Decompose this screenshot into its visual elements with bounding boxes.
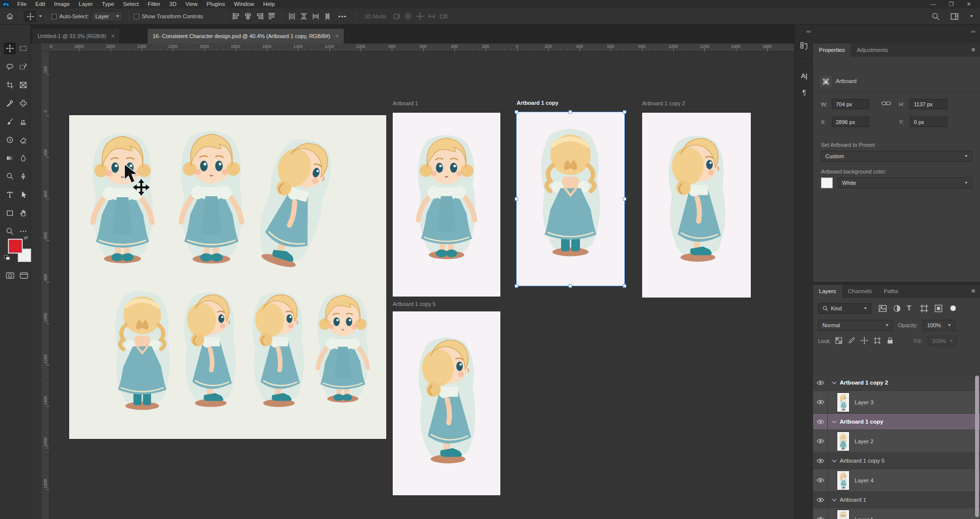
artboard-1-copy-5[interactable] [393,311,500,495]
lock-artboard-nesting-icon[interactable] [873,337,881,345]
history-brush-tool-icon[interactable] [4,134,16,146]
brush-tool-icon[interactable] [4,116,16,128]
3d-orbit-icon[interactable] [390,10,402,22]
opacity-value[interactable]: 100% [923,320,955,331]
expand-panels-icon[interactable]: »» [971,29,975,34]
panel-menu-icon[interactable]: ≡ [966,43,980,57]
chevron-down-icon[interactable] [832,380,837,386]
artboard-1[interactable] [393,113,500,297]
quick-mask-icon[interactable] [4,269,16,281]
menu-item-plugins[interactable]: Plugins [202,0,230,8]
eyedropper-tool-icon[interactable] [4,97,16,109]
layers-scrollbar[interactable] [975,376,979,517]
menu-item-layer[interactable]: Layer [74,0,97,8]
document-tab-untitled[interactable]: Untitled-1 @ 33.3% (RGB/8)× [33,29,120,43]
selection-handle[interactable] [515,284,518,288]
lock-position-icon[interactable] [860,337,868,345]
menu-item-type[interactable]: Type [97,0,119,8]
object-selection-tool-icon[interactable] [17,61,29,73]
eraser-tool-icon[interactable] [17,134,29,146]
chevron-down-icon[interactable] [832,419,837,425]
preset-dropdown[interactable]: Custom [821,151,972,162]
dodge-tool-icon[interactable] [4,171,16,182]
layer-row-artboard[interactable]: Artboard 1 copy [813,414,980,430]
x-input[interactable]: 2896 px [832,117,869,127]
align-horizontal-centers-icon[interactable] [242,10,254,22]
photoshop-logo[interactable]: Ps [2,1,10,7]
swap-colors-icon[interactable]: ⇄ [24,235,28,240]
width-input[interactable]: 704 px [832,99,869,109]
chevron-down-icon[interactable] [832,458,837,464]
menu-item-image[interactable]: Image [49,0,74,8]
y-input[interactable]: 0 px [910,117,947,127]
hand-tool-icon[interactable] [17,207,29,219]
3d-camera-icon[interactable] [438,10,449,22]
layer-row[interactable]: Layer 4 [813,469,980,492]
tab-adjustments[interactable]: Adjustments [851,43,894,57]
search-icon[interactable] [930,10,941,22]
blur-tool-icon[interactable] [17,152,29,164]
distribute-horizontal-centers-icon[interactable] [298,10,310,22]
gradient-tool-icon[interactable] [4,152,16,164]
layer-row[interactable]: Layer 2 [813,430,980,453]
collapse-panels-icon[interactable]: «« [806,29,811,34]
visibility-eye-icon[interactable] [813,414,828,430]
layer-row-artboard[interactable]: Artboard 1 copy 5 [813,453,980,469]
tab-close-icon[interactable]: × [335,33,338,40]
screen-mode-icon[interactable] [18,269,30,281]
document-tab-active[interactable]: 16- Consistent Character design.psd @ 40… [148,29,344,43]
selection-handle[interactable] [623,284,626,288]
artboard-label[interactable]: Artboard 1 copy 5 [393,301,436,307]
history-panel-icon[interactable] [799,41,810,51]
filter-shape-layers-icon[interactable] [920,304,929,313]
3d-slide-icon[interactable] [426,10,438,22]
healing-brush-tool-icon[interactable] [17,97,29,109]
foreground-color-swatch[interactable] [8,239,23,254]
paragraph-panel-icon[interactable]: ¶ [799,87,810,98]
menu-item-help[interactable]: Help [259,0,280,8]
artboard-label-selected[interactable]: Artboard 1 copy [517,100,558,106]
frame-tool-icon[interactable] [17,79,29,91]
tab-paths[interactable]: Paths [878,285,904,298]
layer-row-artboard[interactable]: Artboard 1 [813,492,980,508]
marquee-tool-icon[interactable] [17,43,29,54]
fill-value[interactable]: 100% [928,336,957,346]
blend-mode-dropdown[interactable]: Normal [818,320,893,331]
chevron-down-icon[interactable] [970,15,973,17]
layer-row[interactable]: Layer 3 [813,391,980,414]
chevron-down-icon[interactable] [39,15,42,17]
layer-thumbnail[interactable] [837,432,850,451]
crop-tool-icon[interactable] [4,79,16,91]
panel-menu-icon[interactable]: ≡ [966,285,980,298]
align-left-edges-icon[interactable] [230,10,242,22]
align-right-edges-icon[interactable] [254,10,266,22]
filter-type-layers-icon[interactable]: T [907,304,911,312]
home-icon[interactable] [4,10,16,22]
visibility-eye-icon[interactable] [813,469,828,491]
artboard-1-copy[interactable] [517,112,624,286]
lock-pixels-icon[interactable] [848,337,856,345]
selection-handle[interactable] [515,110,518,114]
filter-pixel-layers-icon[interactable] [878,304,887,313]
menu-item-view[interactable]: View [181,0,202,8]
move-tool-icon[interactable] [4,43,16,54]
path-selection-tool-icon[interactable] [17,189,29,201]
tab-layers[interactable]: Layers [813,285,842,298]
tab-channels[interactable]: Channels [842,285,878,298]
character-panel-icon[interactable]: A| [799,70,810,81]
kind-filter-dropdown[interactable]: Kind [818,303,871,314]
menu-item-select[interactable]: Select [119,0,143,8]
close-button[interactable]: ✕ [967,1,971,7]
height-input[interactable]: 1137 px [910,99,947,109]
selection-handle[interactable] [623,197,626,201]
menu-item-file[interactable]: File [13,0,31,8]
filter-smart-objects-icon[interactable] [934,304,943,313]
link-dimensions-icon[interactable] [881,100,891,107]
restore-button[interactable]: ❐ [949,1,954,7]
chevron-down-icon[interactable] [832,497,837,503]
filter-adjustment-layers-icon[interactable] [893,304,901,313]
selection-handle[interactable] [569,284,572,288]
lock-transparency-icon[interactable] [835,337,843,345]
visibility-eye-icon[interactable] [813,508,828,519]
menu-item-3d[interactable]: 3D [165,0,181,8]
